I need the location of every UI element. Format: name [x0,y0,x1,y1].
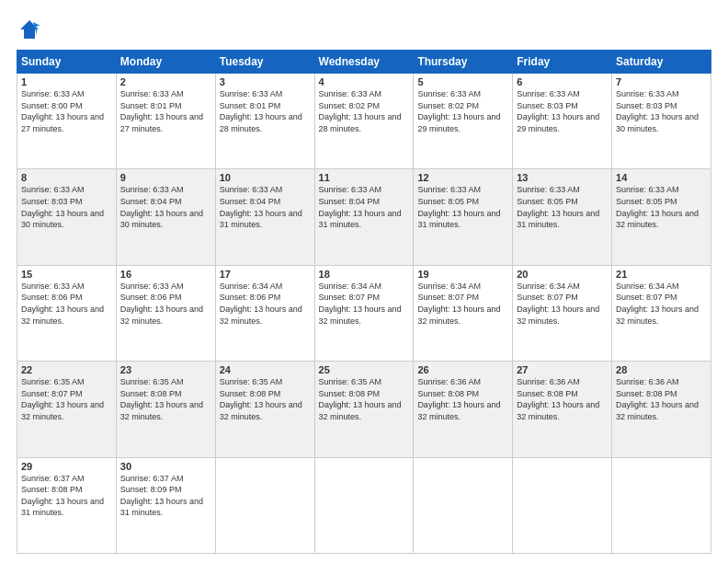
calendar-week-row: 8 Sunrise: 6:33 AMSunset: 8:03 PMDayligh… [17,169,711,265]
calendar-day-cell: 4 Sunrise: 6:33 AMSunset: 8:02 PMDayligh… [314,74,414,169]
calendar-day-cell: 12 Sunrise: 6:33 AMSunset: 8:05 PMDaylig… [414,169,513,265]
day-info: Sunrise: 6:33 AMSunset: 8:05 PMDaylight:… [417,184,508,230]
calendar-day-cell: 5 Sunrise: 6:33 AMSunset: 8:02 PMDayligh… [414,74,513,169]
calendar-day-cell: 20 Sunrise: 6:34 AMSunset: 8:07 PMDaylig… [513,265,612,361]
day-number: 16 [120,269,211,280]
day-number: 13 [517,172,608,183]
day-number: 23 [120,364,211,375]
calendar-table: SundayMondayTuesdayWednesdayThursdayFrid… [17,50,711,554]
day-info: Sunrise: 6:33 AMSunset: 8:01 PMDaylight:… [120,88,211,134]
day-info: Sunrise: 6:33 AMSunset: 8:03 PMDaylight:… [616,88,707,134]
day-number: 29 [21,461,112,472]
calendar-day-cell: 22 Sunrise: 6:35 AMSunset: 8:07 PMDaylig… [17,362,117,457]
day-info: Sunrise: 6:33 AMSunset: 8:02 PMDaylight:… [319,88,410,134]
calendar-day-cell: 7 Sunrise: 6:33 AMSunset: 8:03 PMDayligh… [612,74,711,169]
day-number: 17 [220,269,311,280]
day-info: Sunrise: 6:33 AMSunset: 8:03 PMDaylight:… [21,184,112,230]
day-info: Sunrise: 6:33 AMSunset: 8:06 PMDaylight:… [120,281,211,327]
calendar-day-cell: 8 Sunrise: 6:33 AMSunset: 8:03 PMDayligh… [17,169,117,265]
day-number: 25 [319,364,410,375]
day-info: Sunrise: 6:35 AMSunset: 8:07 PMDaylight:… [21,376,112,422]
calendar-week-row: 22 Sunrise: 6:35 AMSunset: 8:07 PMDaylig… [17,362,711,457]
calendar-day-cell: 19 Sunrise: 6:34 AMSunset: 8:07 PMDaylig… [414,265,513,361]
weekday-header-thursday: Thursday [414,51,513,74]
day-number: 18 [319,269,410,280]
day-number: 5 [417,76,508,87]
calendar-day-cell: 6 Sunrise: 6:33 AMSunset: 8:03 PMDayligh… [513,74,612,169]
day-number: 15 [21,269,112,280]
day-info: Sunrise: 6:34 AMSunset: 8:07 PMDaylight:… [517,281,608,327]
calendar-day-cell: 17 Sunrise: 6:34 AMSunset: 8:06 PMDaylig… [215,265,314,361]
calendar-day-cell: 27 Sunrise: 6:36 AMSunset: 8:08 PMDaylig… [513,362,612,457]
day-info: Sunrise: 6:34 AMSunset: 8:07 PMDaylight:… [319,281,410,327]
calendar-day-cell: 14 Sunrise: 6:33 AMSunset: 8:05 PMDaylig… [612,169,711,265]
day-info: Sunrise: 6:33 AMSunset: 8:00 PMDaylight:… [21,88,112,134]
header [17,17,711,42]
day-number: 4 [319,76,410,87]
day-info: Sunrise: 6:37 AMSunset: 8:09 PMDaylight:… [120,473,211,519]
calendar-day-cell: 18 Sunrise: 6:34 AMSunset: 8:07 PMDaylig… [314,265,414,361]
calendar-day-cell [314,457,414,553]
day-info: Sunrise: 6:35 AMSunset: 8:08 PMDaylight:… [319,376,410,422]
calendar-day-cell [612,457,711,553]
day-info: Sunrise: 6:36 AMSunset: 8:08 PMDaylight:… [517,376,608,422]
calendar-day-cell [215,457,314,553]
day-info: Sunrise: 6:33 AMSunset: 8:05 PMDaylight:… [517,184,608,230]
day-info: Sunrise: 6:34 AMSunset: 8:07 PMDaylight:… [417,281,508,327]
day-info: Sunrise: 6:33 AMSunset: 8:04 PMDaylight:… [220,184,311,230]
day-number: 26 [417,364,508,375]
day-number: 1 [21,76,112,87]
day-number: 8 [21,172,112,183]
calendar-day-cell: 25 Sunrise: 6:35 AMSunset: 8:08 PMDaylig… [314,362,414,457]
calendar-week-row: 29 Sunrise: 6:37 AMSunset: 8:08 PMDaylig… [17,457,711,553]
day-number: 6 [517,76,608,87]
calendar-day-cell: 28 Sunrise: 6:36 AMSunset: 8:08 PMDaylig… [612,362,711,457]
day-number: 28 [616,364,707,375]
day-number: 19 [417,269,508,280]
day-number: 12 [417,172,508,183]
day-info: Sunrise: 6:33 AMSunset: 8:05 PMDaylight:… [616,184,707,230]
calendar-day-cell: 21 Sunrise: 6:34 AMSunset: 8:07 PMDaylig… [612,265,711,361]
calendar-day-cell: 30 Sunrise: 6:37 AMSunset: 8:09 PMDaylig… [116,457,215,553]
day-info: Sunrise: 6:33 AMSunset: 8:03 PMDaylight:… [517,88,608,134]
day-number: 3 [220,76,311,87]
calendar-day-cell: 24 Sunrise: 6:35 AMSunset: 8:08 PMDaylig… [215,362,314,457]
weekday-header-tuesday: Tuesday [215,51,314,74]
weekday-header-friday: Friday [513,51,612,74]
weekday-header-monday: Monday [116,51,215,74]
day-number: 7 [616,76,707,87]
day-info: Sunrise: 6:34 AMSunset: 8:07 PMDaylight:… [616,281,707,327]
calendar-day-cell: 10 Sunrise: 6:33 AMSunset: 8:04 PMDaylig… [215,169,314,265]
day-number: 21 [616,269,707,280]
calendar-week-row: 15 Sunrise: 6:33 AMSunset: 8:06 PMDaylig… [17,265,711,361]
day-number: 10 [220,172,311,183]
day-info: Sunrise: 6:35 AMSunset: 8:08 PMDaylight:… [120,376,211,422]
calendar-day-cell: 13 Sunrise: 6:33 AMSunset: 8:05 PMDaylig… [513,169,612,265]
calendar-day-cell: 11 Sunrise: 6:33 AMSunset: 8:04 PMDaylig… [314,169,414,265]
weekday-header-row: SundayMondayTuesdayWednesdayThursdayFrid… [17,51,711,74]
calendar-day-cell: 26 Sunrise: 6:36 AMSunset: 8:08 PMDaylig… [414,362,513,457]
page: SundayMondayTuesdayWednesdayThursdayFrid… [0,0,728,563]
day-number: 11 [319,172,410,183]
day-number: 27 [517,364,608,375]
calendar-day-cell: 1 Sunrise: 6:33 AMSunset: 8:00 PMDayligh… [17,74,117,169]
calendar-day-cell: 15 Sunrise: 6:33 AMSunset: 8:06 PMDaylig… [17,265,117,361]
day-info: Sunrise: 6:33 AMSunset: 8:01 PMDaylight:… [220,88,311,134]
calendar-day-cell: 9 Sunrise: 6:33 AMSunset: 8:04 PMDayligh… [116,169,215,265]
day-info: Sunrise: 6:36 AMSunset: 8:08 PMDaylight:… [616,376,707,422]
calendar-day-cell [513,457,612,553]
day-info: Sunrise: 6:34 AMSunset: 8:06 PMDaylight:… [220,281,311,327]
calendar-day-cell: 2 Sunrise: 6:33 AMSunset: 8:01 PMDayligh… [116,74,215,169]
day-info: Sunrise: 6:33 AMSunset: 8:04 PMDaylight:… [319,184,410,230]
calendar-day-cell [414,457,513,553]
calendar-day-cell: 16 Sunrise: 6:33 AMSunset: 8:06 PMDaylig… [116,265,215,361]
day-info: Sunrise: 6:33 AMSunset: 8:02 PMDaylight:… [417,88,508,134]
day-number: 2 [120,76,211,87]
day-info: Sunrise: 6:33 AMSunset: 8:06 PMDaylight:… [21,281,112,327]
day-info: Sunrise: 6:37 AMSunset: 8:08 PMDaylight:… [21,473,112,519]
day-number: 24 [220,364,311,375]
day-number: 30 [120,461,211,472]
weekday-header-saturday: Saturday [612,51,711,74]
weekday-header-sunday: Sunday [17,51,117,74]
calendar-day-cell: 29 Sunrise: 6:37 AMSunset: 8:08 PMDaylig… [17,457,117,553]
